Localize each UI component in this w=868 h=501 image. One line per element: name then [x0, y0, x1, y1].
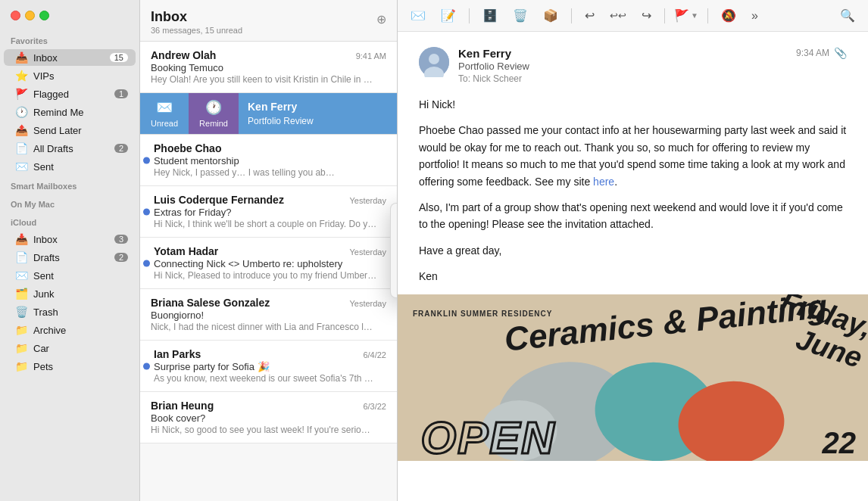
event-poster: FRANKLIN SUMMER RESIDENCY Ceramics & Pai… — [398, 294, 868, 461]
body-paragraph: Have a great day, — [419, 242, 847, 259]
move-button[interactable]: 📦 — [539, 6, 562, 25]
svg-text:22: 22 — [822, 426, 857, 459]
sidebar-item-vips[interactable]: ⭐ VIPs — [4, 67, 136, 84]
sidebar-item-icloud-inbox[interactable]: 📥 Inbox 3 — [4, 231, 136, 247]
message-preview: Hi Nick, so good to see you last week! I… — [151, 425, 374, 435]
message-preview: Nick, I had the nicest dinner with Lia a… — [151, 322, 374, 332]
folder-icon: 📁 — [14, 360, 28, 372]
remind-tonight[interactable]: Remind me Tonight — [391, 229, 397, 250]
inbox-icon: 📥 — [14, 51, 28, 64]
unread-swipe-button[interactable]: ✉️ Unread — [140, 93, 189, 134]
sidebar-item-inbox[interactable]: 📥 Inbox 15 — [4, 49, 136, 66]
sidebar-item-label: Archive — [33, 325, 128, 336]
reply-button[interactable]: ↩ — [581, 6, 598, 25]
body-paragraph: Also, I'm part of a group show that's op… — [419, 199, 847, 233]
compose-button[interactable]: 📝 — [437, 6, 460, 25]
sender-name: Ken Ferry — [458, 47, 787, 60]
message-subject: Connecting Nick <> Umberto re: upholster… — [154, 258, 386, 269]
filter-icon[interactable]: ⊕ — [376, 12, 386, 26]
site-link[interactable]: here — [593, 176, 614, 188]
message-list: Inbox 36 messages, 15 unread ⊕ Andrew Ol… — [140, 0, 398, 501]
swipe-action-row: ✉️ Unread 🕐 Remind Ken Ferry Portfolio R… — [140, 93, 397, 135]
toolbar-separator — [664, 8, 665, 23]
sidebar-item-label: Car — [33, 343, 128, 354]
sidebar-item-sent[interactable]: ✉️ Sent — [4, 158, 136, 175]
sent-icon: ✉️ — [14, 269, 28, 282]
sidebar-item-icloud-sent[interactable]: ✉️ Sent — [4, 267, 136, 284]
message-sender: Yotam Hadar — [154, 245, 218, 257]
remind-tomorrow[interactable]: Remind me Tomorrow — [391, 250, 397, 272]
search-button[interactable]: 🔍 — [836, 6, 859, 25]
remind-swipe-button[interactable]: 🕐 Remind — [189, 93, 239, 134]
message-item[interactable]: Brian Heung 6/3/22 Book cover? Hi Nick, … — [140, 392, 397, 443]
remind-1hour[interactable]: Remind me in 1 hour — [391, 207, 397, 229]
ken-ferry-swipe[interactable]: Ken Ferry Portfolio Review — [239, 93, 397, 134]
clock-icon: 🕐 — [14, 106, 28, 118]
fullscreen-button[interactable] — [39, 11, 49, 20]
sender-avatar — [419, 47, 449, 77]
message-subject-detail: Portfolio Review — [458, 61, 787, 72]
body-paragraph: Hi Nick! — [419, 96, 847, 113]
sidebar-item-icloud-pets[interactable]: 📁 Pets — [4, 358, 136, 375]
sidebar-item-flagged[interactable]: 🚩 Flagged 1 — [4, 86, 136, 102]
close-button[interactable] — [11, 11, 20, 20]
inbox-icon: 📥 — [14, 233, 28, 245]
message-item[interactable]: Luis Coderque Fernandez Yesterday Extras… — [140, 186, 397, 238]
message-subject: Student mentorship — [154, 155, 386, 166]
body-paragraph: Phoebe Chao passed me your contact info … — [419, 122, 847, 190]
message-item[interactable]: Yotam Hadar Yesterday Connecting Nick <>… — [140, 238, 397, 289]
message-item[interactable]: Phoebe Chao Student mentorship Hey Nick,… — [140, 135, 397, 186]
message-preview: Hey Olah! Are you still keen to visit Kr… — [151, 74, 374, 85]
minimize-button[interactable] — [25, 11, 35, 20]
message-sender: Andrew Olah — [151, 49, 216, 61]
forward-button[interactable]: ↪ — [638, 6, 655, 25]
unread-indicator — [143, 260, 150, 266]
sidebar-item-icloud-trash[interactable]: 🗑️ Trash — [4, 303, 136, 320]
delete-button[interactable]: 🗑️ — [509, 6, 532, 25]
message-sender: Brian Heung — [151, 400, 214, 412]
sidebar-item-send-later[interactable]: 📤 Send Later — [4, 122, 136, 138]
message-item[interactable]: Andrew Olah 9:41 AM Booking Temuco Hey O… — [140, 42, 397, 93]
sidebar-item-icloud-archive[interactable]: 📁 Archive — [4, 322, 136, 338]
remind-label: Remind — [199, 119, 228, 128]
sent-icon: ✉️ — [14, 160, 28, 173]
message-sender: Phoebe Chao — [154, 142, 221, 154]
sidebar-item-all-drafts[interactable]: 📄 All Drafts 2 — [4, 140, 136, 157]
message-preview: Hi Nick, I think we'll be short a couple… — [154, 219, 377, 229]
new-message-button[interactable]: ✉️ — [407, 6, 429, 25]
sidebar-item-label: Sent — [33, 161, 128, 173]
message-item[interactable]: Briana Salese Gonzalez Yesterday Buongio… — [140, 289, 397, 341]
more-button[interactable]: » — [748, 7, 762, 25]
remind-later[interactable]: Remind me Later… — [391, 272, 397, 294]
message-time: 9:41 AM — [356, 51, 386, 61]
sidebar-item-label: Inbox — [33, 234, 109, 245]
ken-ferry-subject: Portfolio Review — [248, 116, 314, 126]
sidebar-item-label: Flagged — [33, 89, 109, 100]
message-body: Hi Nick! Phoebe Chao passed me your cont… — [419, 96, 847, 285]
message-to: To: Nick Scheer — [458, 73, 787, 84]
flag-button[interactable]: 🚩 ▼ — [674, 8, 698, 23]
message-subject: Buongiorno! — [151, 310, 386, 321]
ken-ferry-name: Ken Ferry — [248, 101, 297, 113]
message-list-header: Inbox 36 messages, 15 unread ⊕ — [140, 0, 397, 42]
sidebar-item-icloud-car[interactable]: 📁 Car — [4, 340, 136, 356]
sidebar-item-icloud-junk[interactable]: 🗂️ Junk — [4, 285, 136, 302]
trash-icon: 🗑️ — [14, 306, 28, 318]
archive-button[interactable]: 🗄️ — [479, 6, 501, 25]
toolbar-separator — [469, 8, 470, 23]
reply-all-button[interactable]: ↩↩ — [606, 8, 630, 23]
inbox-badge: 15 — [110, 53, 128, 62]
sidebar-item-remind-me[interactable]: 🕐 Remind Me — [4, 104, 136, 120]
smart-mailboxes-label: Smart Mailboxes — [0, 176, 139, 194]
remind-dropdown: Remind me in 1 hour Remind me Tonight Re… — [390, 203, 397, 298]
sidebar-item-icloud-drafts[interactable]: 📄 Drafts 2 — [4, 249, 136, 266]
remind-icon: 🕐 — [205, 99, 222, 116]
folder-icon: 📁 — [14, 342, 28, 354]
icloud-inbox-badge: 3 — [114, 235, 128, 244]
mute-button[interactable]: 🔕 — [717, 6, 740, 25]
unread-indicator — [143, 363, 150, 369]
svg-point-1 — [429, 54, 439, 64]
message-item[interactable]: Ian Parks 6/4/22 Surprise party for Sofi… — [140, 341, 397, 392]
junk-icon: 🗂️ — [14, 288, 28, 300]
message-preview: As you know, next weekend is our sweet S… — [154, 373, 377, 384]
